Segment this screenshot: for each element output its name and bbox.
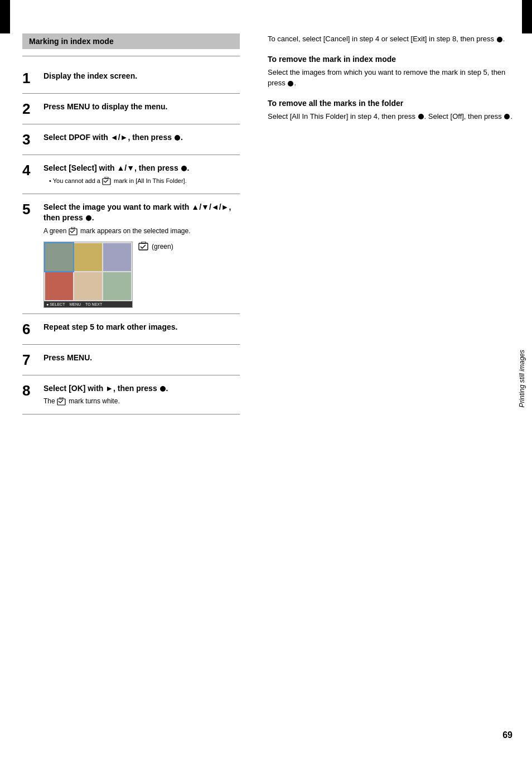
- bullet-folder-2: [504, 114, 510, 119]
- step-3-number: 3: [22, 132, 40, 147]
- step-3-title: Select DPOF with ◄/►, then press .: [43, 132, 240, 143]
- index-bar-next: TO NEXT: [85, 302, 102, 306]
- step-8-title: Select [OK] with ►, then press .: [43, 383, 240, 394]
- bullet-remove: [288, 81, 293, 86]
- green-label: (green): [152, 243, 173, 250]
- step-6: 6 Repeat step 5 to mark other images.: [22, 314, 240, 345]
- bullet-folder-1: [418, 114, 424, 119]
- index-image-area: ● SELECT MENU TO NEXT (green): [43, 242, 173, 308]
- step-4-content: Select [Select] with ▲/▼, then press . Y…: [43, 163, 240, 186]
- bullet-3: [175, 135, 180, 141]
- top-left-tab: [0, 0, 10, 33]
- step-4-title: Select [Select] with ▲/▼, then press .: [43, 163, 240, 173]
- step-7-content: Press MENU.: [43, 353, 240, 363]
- index-bar-menu: MENU: [69, 302, 81, 306]
- step-1-content: Display the index screen.: [43, 71, 240, 81]
- step-5-number: 5: [22, 202, 40, 216]
- svg-rect-3: [71, 227, 75, 229]
- step-6-content: Repeat step 5 to mark other images.: [43, 322, 240, 332]
- index-bar: ● SELECT MENU TO NEXT: [44, 301, 132, 307]
- divider-top: [22, 56, 240, 56]
- step-8: 8 Select [OK] with ►, then press . The m…: [22, 375, 240, 415]
- step-6-title: Repeat step 5 to mark other images.: [43, 322, 240, 332]
- bullet-cancel: [497, 37, 502, 42]
- step-3: 3 Select DPOF with ◄/►, then press .: [22, 124, 240, 155]
- step-5-content: Select the image you want to mark with ▲…: [43, 202, 240, 236]
- right-column: To cancel, select [Cancel] in step 4 or …: [257, 33, 515, 724]
- step-4-note: You cannot add a mark in [All In This Fo…: [43, 177, 240, 186]
- section-header: Marking in index mode: [22, 33, 240, 49]
- step-7: 7 Press MENU.: [22, 345, 240, 375]
- index-cell-1: [45, 243, 73, 271]
- sub-text-1: Select the images from which you want to…: [268, 67, 515, 89]
- index-cell-2: [74, 243, 102, 271]
- bullet-8: [160, 386, 166, 392]
- green-mark-label: (green): [138, 242, 173, 252]
- step-5-sub: A green mark appears on the selected ima…: [43, 226, 240, 236]
- svg-rect-1: [105, 177, 108, 179]
- step-8-content: Select [OK] with ►, then press . The mar…: [43, 383, 240, 407]
- step-2: 2 Press MENU to display the menu.: [22, 94, 240, 124]
- index-cell-6: [103, 272, 131, 300]
- step-5-title: Select the image you want to mark with ▲…: [43, 202, 240, 223]
- side-label: Printing still images: [518, 350, 526, 407]
- step-8-sub: The mark turns white.: [43, 397, 240, 406]
- step-7-title: Press MENU.: [43, 353, 240, 363]
- step-2-content: Press MENU to display the menu.: [43, 102, 240, 112]
- sub-text-2: Select [All In This Folder] in step 4, t…: [268, 111, 515, 122]
- side-label-container: Printing still images: [512, 0, 532, 757]
- right-intro: To cancel, select [Cancel] in step 4 or …: [268, 33, 515, 45]
- index-cell-5: [74, 272, 102, 300]
- step-3-content: Select DPOF with ◄/►, then press .: [43, 132, 240, 143]
- step-1-title: Display the index screen.: [43, 71, 240, 81]
- index-cell-4: [45, 272, 73, 300]
- step-1: 1 Display the index screen.: [22, 63, 240, 94]
- index-image: ● SELECT MENU TO NEXT: [43, 242, 133, 308]
- step-8-number: 8: [22, 383, 40, 398]
- dpof-icon-5: [69, 227, 79, 236]
- sub-heading-2: To remove all the marks in the folder: [268, 99, 515, 108]
- step-5: 5 Select the image you want to mark with…: [22, 194, 240, 314]
- index-cell-3: [103, 243, 131, 271]
- left-column: Marking in index mode 1 Display the inde…: [22, 33, 257, 724]
- page-number: 69: [502, 730, 512, 740]
- index-bar-select: ● SELECT: [46, 302, 65, 306]
- index-grid: [44, 242, 132, 301]
- sub-heading-1: To remove the mark in index mode: [268, 55, 515, 64]
- step-2-title: Press MENU to display the menu.: [43, 102, 240, 112]
- dpof-icon-8: [57, 397, 67, 406]
- step-7-number: 7: [22, 353, 40, 367]
- step-1-number: 1: [22, 71, 40, 85]
- green-dpof-icon: [138, 242, 149, 252]
- bullet-4: [181, 166, 187, 171]
- svg-rect-7: [60, 397, 63, 399]
- step-4: 4 Select [Select] with ▲/▼, then press .…: [22, 155, 240, 194]
- step-6-number: 6: [22, 322, 40, 336]
- dpof-icon-4: [102, 177, 112, 186]
- step-4-number: 4: [22, 163, 40, 177]
- bullet-5: [86, 215, 91, 221]
- step-2-number: 2: [22, 102, 40, 116]
